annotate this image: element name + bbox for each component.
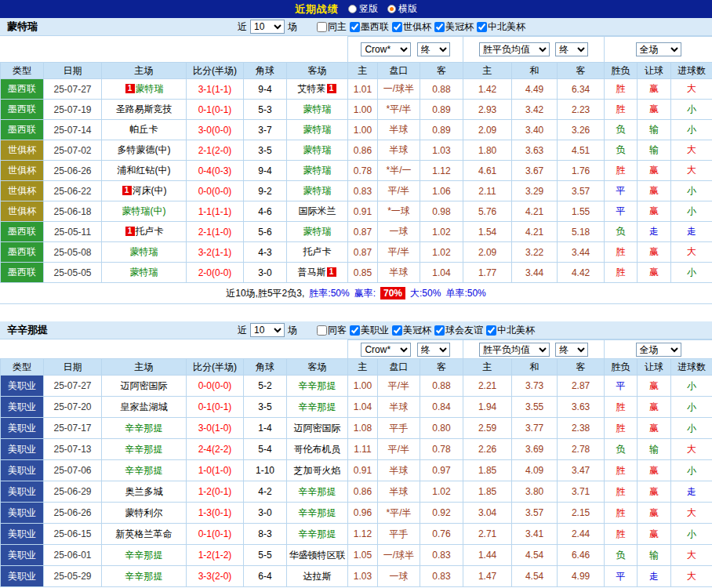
euro-odds-mode-select[interactable]: 胜平负均值 <box>479 42 550 56</box>
home-team-name[interactable]: 辛辛那提 <box>125 423 163 434</box>
home-team-name[interactable]: 辛辛那提 <box>125 465 163 476</box>
filter-美冠杯[interactable]: 美冠杯 <box>434 20 474 34</box>
home-team-name[interactable]: 托卢卡 <box>136 226 164 237</box>
filter-美冠杯[interactable]: 美冠杯 <box>391 324 431 337</box>
home-team-name[interactable]: 蒙特利尔 <box>125 507 163 518</box>
filter-checkbox[interactable] <box>392 325 402 336</box>
home-team-name[interactable]: 多特蒙德(中) <box>118 144 171 155</box>
filter-checkbox[interactable] <box>434 22 445 32</box>
bookmaker-select[interactable]: Crow* <box>361 343 411 357</box>
bookmaker-select[interactable]: Crow* <box>361 42 411 56</box>
away-team-name[interactable]: 辛辛那提 <box>299 401 336 412</box>
match-score[interactable]: 3-0(0-0) <box>187 120 244 140</box>
euro-odds-mode-select[interactable]: 胜平负均值 <box>479 343 550 357</box>
away-team[interactable]: 迈阿密国际 <box>287 418 348 439</box>
home-team[interactable]: 蒙特瑞 <box>102 242 187 263</box>
home-team-name[interactable]: 迈阿密国际 <box>121 380 168 391</box>
match-score[interactable]: 0-1(0-1) <box>187 397 244 418</box>
home-team[interactable]: 蒙特瑞 <box>102 263 187 283</box>
filter-checkbox[interactable] <box>317 22 327 32</box>
away-team-name[interactable]: 辛辛那提 <box>299 486 336 497</box>
home-team-name[interactable]: 蒙特瑞 <box>130 267 158 278</box>
home-team-name[interactable]: 帕丘卡 <box>130 124 158 135</box>
home-team[interactable]: 蒙特利尔 <box>102 503 187 524</box>
match-score[interactable]: 1-2(1-2) <box>187 545 244 566</box>
away-team[interactable]: 辛辛那提 <box>287 481 348 503</box>
home-team-name[interactable]: 辛辛那提 <box>125 571 163 582</box>
filter-checkbox[interactable] <box>434 325 445 336</box>
filter-checkbox[interactable] <box>350 325 360 336</box>
match-score[interactable]: 3-3(2-0) <box>187 566 244 587</box>
away-team[interactable]: 辛辛那提 <box>287 503 348 524</box>
home-team[interactable]: 新英格兰革命 <box>102 524 187 545</box>
away-team[interactable]: 辛辛那提 <box>287 524 348 545</box>
away-team[interactable]: 国际米兰 <box>287 201 348 222</box>
away-team[interactable]: 华盛顿特区联 <box>287 545 348 566</box>
home-team[interactable]: 帕丘卡 <box>102 120 187 140</box>
away-team-name[interactable]: 芝加哥火焰 <box>294 465 341 476</box>
home-team[interactable]: 蒙特瑞(中) <box>102 201 187 222</box>
match-score[interactable]: 3-0(1-0) <box>187 418 244 439</box>
away-team[interactable]: 哥伦布机员 <box>287 439 348 460</box>
match-score[interactable]: 0-4(0-3) <box>187 161 244 181</box>
away-team[interactable]: 托卢卡 <box>287 242 348 263</box>
away-team[interactable]: 辛辛那提 <box>287 397 348 418</box>
asian-odds-time-select[interactable]: 终 <box>417 343 450 357</box>
home-team[interactable]: 辛辛那提 <box>102 460 187 481</box>
match-score[interactable]: 2-0(0-0) <box>187 263 244 283</box>
recent-count-select[interactable]: 10 <box>250 20 285 34</box>
home-team[interactable]: 辛辛那提 <box>102 418 187 439</box>
home-team-name[interactable]: 奥兰多城 <box>125 486 163 497</box>
away-team[interactable]: 辛辛那提 <box>287 376 348 397</box>
away-team-name[interactable]: 辛辛那提 <box>299 380 336 391</box>
home-team[interactable]: 1托卢卡 <box>102 222 187 242</box>
home-team[interactable]: 浦和红钻(中) <box>102 161 187 181</box>
away-team-name[interactable]: 迈阿密国际 <box>294 423 341 434</box>
filter-世俱杯[interactable]: 世俱杯 <box>391 20 431 34</box>
filter-checkbox[interactable] <box>317 325 327 336</box>
away-team[interactable]: 蒙特瑞 <box>287 222 348 242</box>
euro-odds-time-select[interactable]: 终 <box>555 343 588 357</box>
filter-checkbox[interactable] <box>392 22 402 32</box>
match-score[interactable]: 0-0(0-0) <box>187 376 244 397</box>
layout-radio-vertical[interactable]: 竖版 <box>348 2 378 16</box>
match-score[interactable]: 3-1(1-1) <box>187 79 244 100</box>
home-team-name[interactable]: 蒙特瑞 <box>130 246 158 257</box>
home-team[interactable]: 辛辛那提 <box>102 566 187 587</box>
away-team-name[interactable]: 蒙特瑞 <box>303 144 332 155</box>
away-team-name[interactable]: 蒙特瑞 <box>303 185 332 196</box>
filter-checkbox[interactable] <box>486 325 496 336</box>
match-period-select[interactable]: 全场 <box>636 343 681 357</box>
match-score[interactable]: 0-0(0-0) <box>187 181 244 201</box>
match-score[interactable]: 0-1(0-1) <box>187 524 244 545</box>
away-team-name[interactable]: 国际米兰 <box>299 205 336 216</box>
asian-odds-time-select[interactable]: 终 <box>417 42 450 56</box>
match-period-select[interactable]: 全场 <box>636 42 681 56</box>
filter-checkbox[interactable] <box>477 22 487 32</box>
away-team[interactable]: 达拉斯 <box>287 566 348 587</box>
away-team[interactable]: 蒙特瑞 <box>287 100 348 120</box>
away-team-name[interactable]: 蒙特瑞 <box>303 103 332 114</box>
away-team[interactable]: 芝加哥火焰 <box>287 460 348 481</box>
home-team[interactable]: 圣路易斯竞技 <box>102 100 187 120</box>
away-team-name[interactable]: 艾特莱 <box>298 83 326 94</box>
filter-墨西联[interactable]: 墨西联 <box>349 20 389 34</box>
radio-unselected-icon[interactable] <box>348 5 357 13</box>
away-team[interactable]: 蒙特瑞 <box>287 120 348 140</box>
home-team[interactable]: 迈阿密国际 <box>102 376 187 397</box>
match-score[interactable]: 2-1(2-0) <box>187 140 244 161</box>
home-team-name[interactable]: 浦和红钻(中) <box>118 165 171 176</box>
away-team[interactable]: 蒙特瑞 <box>287 181 348 201</box>
away-team-name[interactable]: 蒙特瑞 <box>303 226 332 237</box>
recent-count-select[interactable]: 10 <box>250 323 285 337</box>
filter-中北美杯[interactable]: 中北美杯 <box>485 324 535 337</box>
home-team-name[interactable]: 蒙特瑞 <box>136 83 164 94</box>
away-team-name[interactable]: 辛辛那提 <box>299 507 336 518</box>
home-team-name[interactable]: 辛辛那提 <box>125 550 163 561</box>
filter-checkbox[interactable] <box>350 22 360 32</box>
home-team-name[interactable]: 圣路易斯竞技 <box>116 103 173 114</box>
filter-中北美杯[interactable]: 中北美杯 <box>476 20 525 34</box>
home-team[interactable]: 辛辛那提 <box>102 545 187 566</box>
away-team-name[interactable]: 蒙特瑞 <box>303 124 332 135</box>
away-team[interactable]: 蒙特瑞 <box>287 161 348 181</box>
